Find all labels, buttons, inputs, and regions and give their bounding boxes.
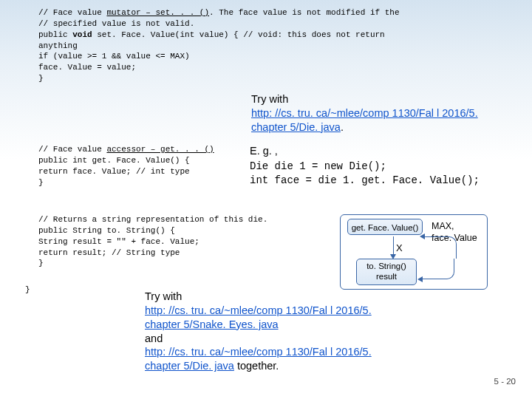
link-snakeeyes-java[interactable]: http: //cs. tru. ca/~mlee/comp 1130/Fal … bbox=[145, 304, 372, 330]
eg-code-line: Die die 1 = new Die(); bbox=[250, 160, 386, 172]
example-block: E. g. , Die die 1 = new Die(); int face … bbox=[250, 144, 480, 188]
closing-brace: } bbox=[25, 284, 30, 296]
try-with-note-1: Try with http: //cs. tru. ca/~mlee/comp … bbox=[251, 92, 502, 134]
page-number: 5 - 20 bbox=[494, 377, 516, 386]
and-label: and bbox=[145, 332, 163, 344]
diagram-x-label: X bbox=[396, 242, 403, 253]
code-line: // Face value mutator – set. . . (). The… bbox=[38, 7, 511, 18]
diagram-tostring-box: to. String() result bbox=[356, 259, 417, 285]
diagram-arrow bbox=[421, 236, 457, 259]
try-label: Try with bbox=[145, 290, 182, 302]
diagram-arrowhead bbox=[420, 233, 425, 239]
eg-label: E. g. , bbox=[250, 145, 278, 157]
try-with-note-2: Try with http: //cs. tru. ca/~mlee/comp … bbox=[145, 290, 381, 373]
eg-code-line: int face = die 1. get. Face. Value(); bbox=[250, 174, 480, 186]
code-line: anything bbox=[38, 41, 511, 52]
code-line: } bbox=[38, 73, 511, 84]
class-diagram: get. Face. Value() to. String() result X… bbox=[340, 214, 495, 292]
diagram-arrowhead bbox=[417, 276, 423, 282]
diagram-getfacevalue-box: get. Face. Value() bbox=[347, 219, 423, 235]
diagram-arrow bbox=[421, 259, 454, 279]
try-label: Try with bbox=[251, 93, 288, 105]
diagram-arrowhead bbox=[390, 254, 396, 259]
code-line: // specified value is not valid. bbox=[38, 18, 511, 30]
link-die-java[interactable]: http: //cs. tru. ca/~mlee/comp 1130/Fal … bbox=[251, 107, 478, 133]
code-line: face. Value = value; bbox=[38, 62, 511, 73]
code-block-mutator: // Face value mutator – set. . . (). The… bbox=[38, 7, 511, 84]
code-line: if (value >= 1 && value <= MAX) bbox=[38, 51, 511, 62]
code-line: public void set. Face. Value(int value) … bbox=[38, 30, 511, 41]
